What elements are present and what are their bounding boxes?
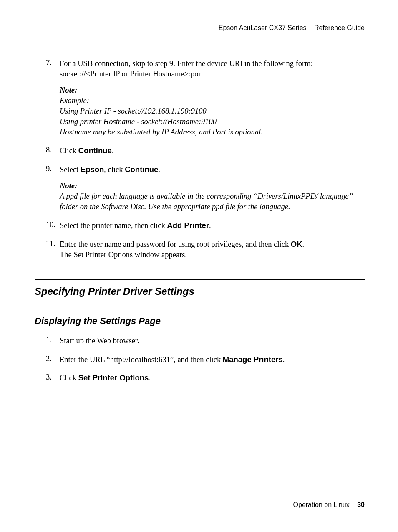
step-text: Click xyxy=(60,374,78,382)
footer-chapter: Operation on Linux xyxy=(293,501,350,508)
header-divider xyxy=(0,35,398,35)
step-text: . xyxy=(209,221,211,230)
display-step-3: 3. Click Set Printer Options. xyxy=(46,373,365,383)
ui-label-add-printer: Add Printer xyxy=(167,221,209,230)
step-number: 9. xyxy=(46,165,60,173)
ui-label-continue: Continue xyxy=(78,146,112,155)
note-label: Note: xyxy=(60,85,365,96)
note-line: Example: xyxy=(60,96,365,106)
step-10: 10. Select the printer name, then click … xyxy=(46,220,365,231)
steps-list: 7. For a USB connection, skip to step 9.… xyxy=(46,58,365,260)
note-body: Example: Using Printer IP - socket://192… xyxy=(60,96,365,137)
header-title: Epson AcuLaser CX37 Series xyxy=(219,24,307,31)
ui-label-ok: OK xyxy=(291,240,302,248)
step-number: 8. xyxy=(46,146,60,155)
note-label: Note: xyxy=(60,181,365,191)
note-line: Using Printer IP - socket://192.168.1.19… xyxy=(60,106,365,117)
step-text: Enter the user name and password for usi… xyxy=(60,240,291,248)
step-7: 7. For a USB connection, skip to step 9.… xyxy=(46,58,365,137)
ui-label-manage-printers: Manage Printers xyxy=(223,355,283,364)
step-text: Start up the Web browser. xyxy=(60,337,139,345)
step-number: 3. xyxy=(46,373,60,382)
step-text: Select the printer name, then click xyxy=(60,221,167,230)
note-body: A ppd file for each language is availabl… xyxy=(60,191,365,212)
step-number: 1. xyxy=(46,336,60,345)
step-text: Select xyxy=(60,165,81,174)
footer-page-number: 30 xyxy=(357,501,365,508)
ui-label-continue: Continue xyxy=(125,165,158,174)
ui-label-set-printer-options: Set Printer Options xyxy=(78,373,149,382)
note-line: Using printer Hostname - socket://Hostna… xyxy=(60,117,365,127)
step-number: 11. xyxy=(46,239,60,248)
step-text: . xyxy=(112,147,114,155)
step-text: . xyxy=(302,240,305,248)
display-step-2: 2. Enter the URL “http://localhost:631”,… xyxy=(46,355,365,365)
display-steps-list: 1. Start up the Web browser. 2. Enter th… xyxy=(46,336,365,384)
step-text: . xyxy=(158,165,160,174)
page-header: Epson AcuLaser CX37 Series Reference Gui… xyxy=(33,24,365,32)
step-9: 9. Select Epson, click Continue. Note: A… xyxy=(46,165,365,212)
step-text: . xyxy=(149,374,151,382)
section-heading-specifying: Specifying Printer Driver Settings xyxy=(35,279,365,297)
note-line: Hostname may be substituted by IP Addres… xyxy=(60,127,365,137)
step-8: 8. Click Continue. xyxy=(46,146,365,156)
step-number: 7. xyxy=(46,58,60,67)
section-heading-displaying: Displaying the Settings Page xyxy=(35,316,365,327)
step-text: Click xyxy=(60,147,78,155)
ui-label-epson: Epson xyxy=(81,165,104,174)
header-doc: Reference Guide xyxy=(314,24,365,31)
step-text: For a USB connection, skip to step 9. En… xyxy=(60,58,365,79)
step-text: Enter the URL “http://localhost:631”, an… xyxy=(60,355,223,364)
page-footer: Operation on Linux 30 xyxy=(33,501,365,509)
step-11: 11. Enter the user name and password for… xyxy=(46,239,365,260)
display-step-1: 1. Start up the Web browser. xyxy=(46,336,365,346)
step-number: 2. xyxy=(46,355,60,363)
step-number: 10. xyxy=(46,220,60,229)
step-text: . xyxy=(283,355,285,364)
step-text: , click xyxy=(104,165,125,174)
step-text: The Set Printer Options window appears. xyxy=(60,250,365,260)
